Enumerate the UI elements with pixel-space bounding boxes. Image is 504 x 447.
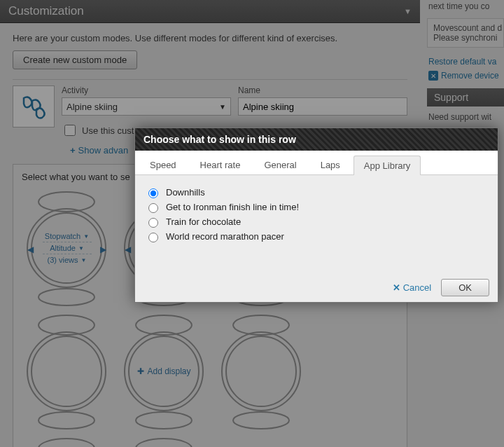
option-marathon-label: World record marathon pacer (166, 231, 284, 242)
tab-speed[interactable]: Speed (139, 155, 187, 174)
tab-general[interactable]: General (253, 155, 307, 174)
option-ironman-label: Get to Ironman finish line in time! (166, 202, 299, 212)
option-downhills-label: Downhills (166, 187, 205, 198)
option-downhills-radio[interactable] (148, 188, 158, 198)
cancel-button[interactable]: ✕ Cancel (393, 282, 431, 293)
dialog-tabstrip: Speed Heart rate General Laps App Librar… (135, 151, 498, 175)
tab-laps[interactable]: Laps (310, 155, 351, 174)
row-content-dialog: Choose what to show in this row Speed He… (134, 128, 498, 303)
option-chocolate-radio[interactable] (148, 218, 158, 228)
dialog-title: Choose what to show in this row (135, 128, 498, 151)
close-icon: ✕ (393, 282, 400, 293)
tab-heart-rate[interactable]: Heart rate (190, 155, 251, 174)
option-marathon-radio[interactable] (148, 233, 158, 242)
option-ironman-radio[interactable] (148, 203, 158, 213)
tab-app-library[interactable]: App Library (354, 156, 421, 175)
option-chocolate-label: Train for chocolate (166, 216, 241, 227)
ok-button[interactable]: OK (441, 279, 489, 296)
